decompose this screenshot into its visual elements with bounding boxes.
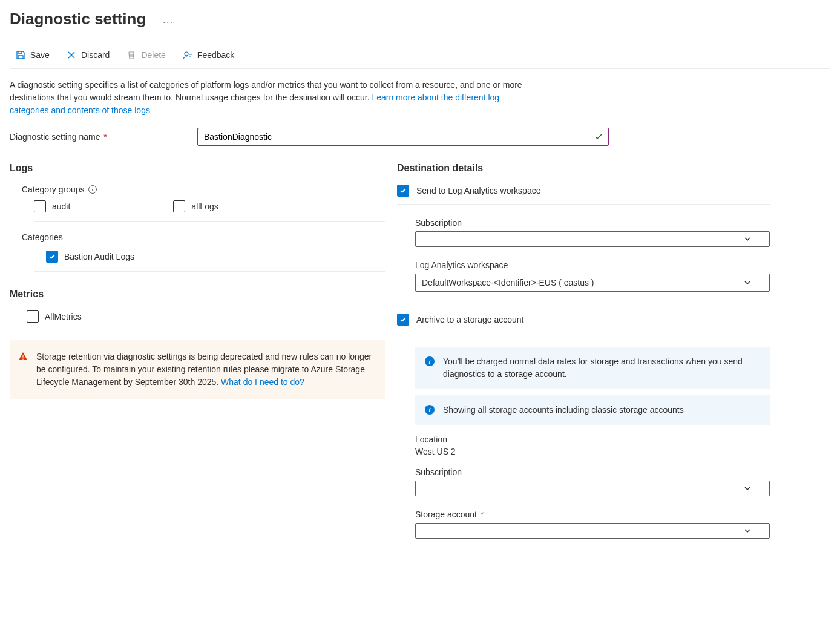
checkbox-label: allLogs xyxy=(191,202,218,211)
checkbox-bastion-audit-logs[interactable]: Bastion Audit Logs xyxy=(46,251,385,263)
info-icon: i xyxy=(425,405,435,415)
info-text: You'll be charged normal data rates for … xyxy=(443,355,760,381)
chevron-down-icon xyxy=(744,279,751,286)
categories-label: Categories xyxy=(22,232,385,242)
discard-button[interactable]: Discard xyxy=(61,48,116,62)
page-title: Diagnostic setting xyxy=(10,10,146,28)
info-icon[interactable]: i xyxy=(88,185,97,194)
close-icon xyxy=(67,50,76,60)
feedback-label: Feedback xyxy=(197,50,234,60)
location-value: West US 2 xyxy=(415,447,770,456)
metrics-section-title: Metrics xyxy=(10,289,385,300)
chevron-down-icon xyxy=(744,485,751,492)
discard-label: Discard xyxy=(81,50,110,60)
toolbar: Save Discard Delete Feedback xyxy=(10,31,830,69)
storage-subscription-select[interactable] xyxy=(415,481,770,496)
checkbox-alllogs[interactable]: allLogs xyxy=(173,200,218,212)
destination-section-title: Destination details xyxy=(397,163,770,174)
info-icon: i xyxy=(425,356,435,366)
warning-link[interactable]: What do I need to do? xyxy=(221,377,304,387)
storage-subscription-label: Subscription xyxy=(415,467,770,477)
save-button[interactable]: Save xyxy=(10,48,56,62)
checkbox-archive-storage[interactable]: Archive to a storage account xyxy=(397,314,770,334)
feedback-icon xyxy=(183,50,192,60)
subscription-label: Subscription xyxy=(415,218,770,228)
save-label: Save xyxy=(30,50,50,60)
checkbox-audit[interactable]: audit xyxy=(34,200,70,212)
checkbox-label: Send to Log Analytics workspace xyxy=(416,186,540,196)
checkbox-send-to-log-analytics[interactable]: Send to Log Analytics workspace xyxy=(397,185,770,205)
checkbox-icon xyxy=(173,200,185,212)
info-box-charges: i You'll be charged normal data rates fo… xyxy=(415,347,770,389)
checkbox-label: Archive to a storage account xyxy=(416,315,523,324)
category-groups-label: Category groups xyxy=(22,185,85,194)
workspace-label: Log Analytics workspace xyxy=(415,260,770,270)
description-text: A diagnostic setting specifies a list of… xyxy=(10,79,536,117)
checkbox-label: AllMetrics xyxy=(45,312,82,321)
delete-label: Delete xyxy=(141,50,165,60)
info-text: Showing all storage accounts including c… xyxy=(443,404,684,416)
checkbox-icon xyxy=(34,200,46,212)
check-valid-icon xyxy=(594,133,603,141)
checkbox-allmetrics[interactable]: AllMetrics xyxy=(27,310,385,323)
info-box-accounts: i Showing all storage accounts including… xyxy=(415,395,770,425)
delete-button: Delete xyxy=(120,48,171,62)
feedback-button[interactable]: Feedback xyxy=(177,48,240,62)
checkbox-label: audit xyxy=(52,202,70,211)
workspace-select[interactable]: DefaultWorkspace-<Identifier>-EUS ( east… xyxy=(415,274,770,292)
workspace-value: DefaultWorkspace-<Identifier>-EUS ( east… xyxy=(422,278,594,288)
checkbox-icon xyxy=(27,310,39,323)
checkbox-checked-icon xyxy=(397,185,409,197)
save-icon xyxy=(16,50,25,60)
warning-box: Storage retention via diagnostic setting… xyxy=(10,340,385,399)
trash-icon xyxy=(126,50,136,60)
chevron-down-icon xyxy=(744,235,751,243)
logs-section-title: Logs xyxy=(10,163,385,174)
checkbox-label: Bastion Audit Logs xyxy=(64,252,134,261)
subscription-select[interactable] xyxy=(415,231,770,247)
storage-account-label: Storage account * xyxy=(415,510,770,519)
location-label: Location xyxy=(415,435,770,444)
more-menu-icon[interactable]: ··· xyxy=(163,17,174,27)
checkbox-checked-icon xyxy=(46,251,58,263)
setting-name-input[interactable] xyxy=(197,128,609,146)
setting-name-label: Diagnostic setting name * xyxy=(10,132,197,142)
warning-icon xyxy=(18,352,28,389)
checkbox-checked-icon xyxy=(397,314,409,326)
storage-account-select[interactable] xyxy=(415,523,770,539)
chevron-down-icon xyxy=(744,527,751,534)
warning-text: Storage retention via diagnostic setting… xyxy=(36,352,372,387)
